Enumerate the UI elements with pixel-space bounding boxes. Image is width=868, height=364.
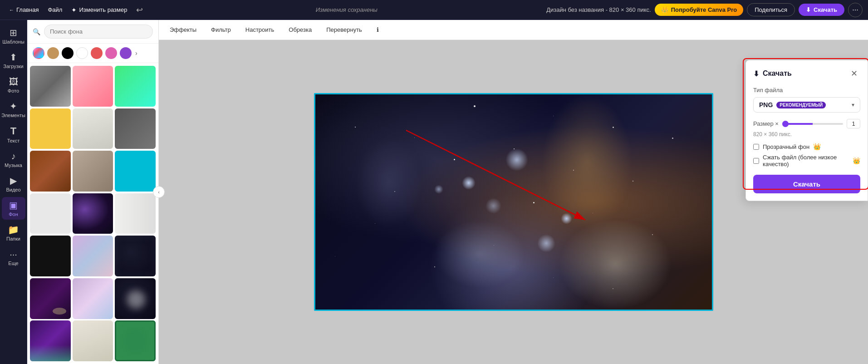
- panel-header: ⬇ Скачать ✕: [753, 68, 860, 79]
- bg-item[interactable]: [115, 151, 156, 192]
- canvas-frame: [314, 93, 713, 311]
- bg-item[interactable]: [73, 108, 113, 149]
- sidebar-item-background[interactable]: ▣ Фон: [2, 197, 25, 220]
- info-button[interactable]: ℹ: [373, 24, 383, 35]
- canvas-area[interactable]: ⬇ Скачать ✕ Тип файла PNG РЕКОМЕНДУЕМЫЙ …: [159, 40, 868, 364]
- try-canva-pro-button[interactable]: 👑 Попробуйте Canva Pro: [655, 4, 744, 16]
- size-value: 1: [847, 119, 860, 128]
- background-grid: [27, 63, 158, 364]
- red-swatch[interactable]: [91, 47, 103, 59]
- bg-item[interactable]: [30, 66, 71, 107]
- bg-item[interactable]: [115, 278, 156, 319]
- download-panel: ⬇ Скачать ✕ Тип файла PNG РЕКОМЕНДУЕМЫЙ …: [745, 60, 868, 201]
- photos-icon: 🖼: [9, 77, 18, 86]
- bg-item[interactable]: [30, 236, 71, 276]
- tan-swatch[interactable]: [47, 47, 59, 59]
- panel-close-button[interactable]: ✕: [848, 68, 860, 79]
- topbar-right: Дизайн без названия - 820 × 360 пикс. 👑 …: [546, 3, 863, 17]
- sidebar-item-uploads[interactable]: ⬆ Загрузки: [2, 49, 25, 72]
- topbar-left: ← Главная Файл ✦ Изменить размер ↩: [5, 3, 147, 17]
- compress-checkbox[interactable]: [753, 158, 759, 164]
- sidebar-item-elements[interactable]: ✦ Элементы: [2, 98, 25, 121]
- file-type-value: PNG: [759, 101, 773, 108]
- image-toolbar: Эффекты Фильтр Настроить Обрезка Перевер…: [159, 20, 868, 40]
- panel-download-button[interactable]: Скачать: [753, 175, 860, 193]
- bg-item[interactable]: [115, 66, 156, 107]
- compress-label[interactable]: Сжать файл (более низкое качество): [763, 154, 849, 167]
- left-panel: 🔍 ›: [27, 20, 159, 364]
- home-button[interactable]: ← Главная: [5, 4, 42, 15]
- gradient-swatch[interactable]: [33, 47, 44, 59]
- swatches-chevron-icon[interactable]: ›: [135, 49, 137, 57]
- file-type-select[interactable]: PNG РЕКОМЕНДУЕМЫЙ ▾: [753, 97, 860, 113]
- topbar: ← Главная Файл ✦ Изменить размер ↩ Измен…: [0, 0, 868, 20]
- bg-item[interactable]: [30, 193, 71, 234]
- transparent-bg-label[interactable]: Прозрачный фон: [763, 143, 809, 150]
- bg-item[interactable]: [115, 193, 156, 234]
- black-swatch[interactable]: [62, 47, 74, 59]
- sidebar-item-templates[interactable]: ⊞ Шаблоны: [2, 25, 25, 47]
- adjust-button[interactable]: Настроить: [242, 24, 278, 35]
- bg-item[interactable]: [30, 108, 71, 149]
- undo-button[interactable]: ↩: [132, 3, 147, 17]
- sidebar-item-text[interactable]: T Текст: [2, 123, 25, 146]
- compress-row: Сжать файл (более низкое качество) 👑: [753, 154, 860, 167]
- share-button[interactable]: Поделиться: [747, 3, 795, 16]
- sidebar-item-folders[interactable]: 📁 Папки: [2, 221, 25, 244]
- transparent-bg-pro-icon: 👑: [813, 143, 821, 150]
- recommended-badge: РЕКОМЕНДУЕМЫЙ: [776, 102, 826, 108]
- document-title: Дизайн без названия - 820 × 360 пикс.: [546, 6, 651, 13]
- bg-item[interactable]: [73, 193, 113, 234]
- resize-button[interactable]: ✦ Изменить размер: [68, 4, 131, 16]
- bg-item[interactable]: [30, 278, 71, 319]
- color-swatches: ›: [27, 44, 158, 63]
- effects-button[interactable]: Эффекты: [166, 24, 200, 35]
- close-icon: ✕: [851, 69, 858, 78]
- filter-button[interactable]: Фильтр: [207, 24, 235, 35]
- elements-icon: ✦: [10, 102, 17, 111]
- bg-item[interactable]: [73, 151, 113, 192]
- text-icon: T: [10, 126, 16, 136]
- compress-pro-icon: 👑: [853, 157, 860, 164]
- video-icon: ▶: [10, 176, 17, 185]
- sidebar-item-video[interactable]: ▶ Видео: [2, 172, 25, 195]
- bg-item[interactable]: [115, 320, 156, 361]
- sidebar-item-photos[interactable]: 🖼 Фото: [2, 74, 25, 96]
- download-button[interactable]: ⬇ Скачать: [799, 4, 844, 16]
- download-icon: ⬇: [806, 6, 811, 13]
- crop-button[interactable]: Обрезка: [285, 24, 315, 35]
- bg-item[interactable]: [30, 320, 71, 361]
- dimensions-text: 820 × 360 пикс.: [753, 131, 860, 138]
- more-options-button[interactable]: ···: [848, 3, 863, 17]
- bg-item[interactable]: [73, 278, 113, 319]
- bg-item[interactable]: [73, 236, 113, 276]
- panel-collapse-button[interactable]: ‹: [153, 186, 165, 198]
- size-slider[interactable]: [782, 123, 843, 125]
- bg-item[interactable]: [115, 108, 156, 149]
- search-input[interactable]: [44, 25, 153, 39]
- sidebar-icons: ⊞ Шаблоны ⬆ Загрузки 🖼 Фото ✦ Элементы T…: [0, 20, 27, 364]
- file-type-label: Тип файла: [753, 87, 860, 93]
- bg-item[interactable]: [115, 236, 156, 276]
- bg-item[interactable]: [73, 320, 113, 361]
- dropdown-arrow-icon: ▾: [852, 102, 854, 108]
- bg-item[interactable]: [30, 151, 71, 192]
- flip-button[interactable]: Перевернуть: [323, 24, 366, 35]
- sidebar-item-music[interactable]: ♪ Музыка: [2, 148, 25, 171]
- sidebar-item-more[interactable]: ··· Еще: [2, 246, 25, 269]
- music-icon: ♪: [11, 152, 16, 161]
- transparent-bg-checkbox[interactable]: [753, 144, 759, 150]
- main-layout: ⊞ Шаблоны ⬆ Загрузки 🖼 Фото ✦ Элементы T…: [0, 20, 868, 364]
- file-menu-button[interactable]: Файл: [44, 4, 66, 15]
- size-row: Размер × 1: [753, 119, 860, 128]
- size-label: Размер ×: [753, 120, 779, 127]
- back-arrow-icon: ←: [9, 7, 14, 13]
- uploads-icon: ⬆: [10, 53, 17, 62]
- file-type-left: PNG РЕКОМЕНДУЕМЫЙ: [759, 101, 826, 108]
- crown-icon: 👑: [661, 6, 668, 13]
- white-swatch[interactable]: [76, 47, 88, 59]
- bg-item[interactable]: [73, 66, 113, 107]
- pink-swatch[interactable]: [105, 47, 117, 59]
- purple-swatch[interactable]: [120, 47, 132, 59]
- topbar-center: Изменения сохранены: [150, 6, 543, 13]
